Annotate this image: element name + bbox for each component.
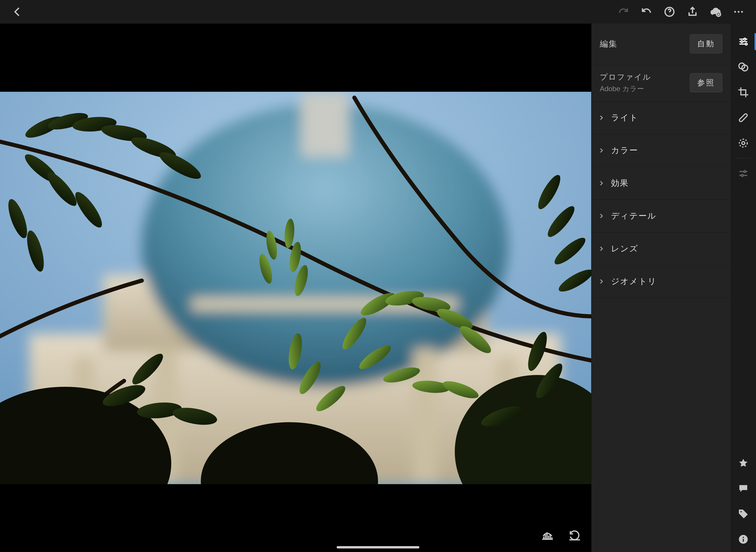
section-label: ジオメトリ [611, 276, 657, 287]
tool-versions[interactable] [731, 161, 756, 186]
sliders-icon [737, 36, 749, 47]
home-indicator [337, 546, 419, 548]
svg-point-67 [740, 139, 747, 147]
chevron-right-icon [598, 246, 605, 252]
svg-rect-10 [301, 92, 348, 157]
redo-button[interactable] [612, 0, 635, 24]
profile-label: プロファイル [600, 72, 651, 82]
histogram-button[interactable] [540, 528, 555, 543]
top-bar [0, 0, 756, 24]
histogram-icon [541, 529, 554, 542]
undo-icon [641, 6, 652, 18]
svg-rect-74 [743, 539, 744, 542]
tool-rail [731, 24, 756, 552]
profile-row: プロファイル Adobe カラー 参照 [591, 64, 731, 102]
section-label: 効果 [611, 178, 629, 189]
cloud-sync-button[interactable] [704, 0, 727, 24]
rail-divider [736, 158, 751, 158]
main-row: 編集 自動 プロファイル Adobe カラー 参照 ライト カラー 効果 [0, 24, 756, 552]
reset-icon [568, 529, 581, 542]
auto-button[interactable]: 自動 [690, 34, 722, 53]
svg-point-4 [738, 11, 740, 13]
svg-point-1 [669, 14, 670, 14]
cloud-plus-icon [710, 6, 722, 18]
comment-icon [737, 483, 749, 495]
svg-point-68 [742, 142, 745, 145]
redo-icon [618, 6, 629, 18]
share-icon [686, 6, 698, 18]
section-geometry[interactable]: ジオメトリ [591, 265, 731, 298]
tool-edit[interactable] [731, 29, 756, 54]
undo-button[interactable] [635, 0, 658, 24]
tag-icon [737, 508, 749, 520]
svg-point-70 [741, 174, 743, 176]
tool-crop[interactable] [731, 80, 756, 105]
chevron-right-icon [598, 278, 605, 285]
reset-button[interactable] [567, 528, 582, 543]
tool-comments[interactable] [731, 476, 756, 501]
info-icon [737, 533, 749, 545]
tool-rating[interactable] [731, 450, 756, 476]
tool-healing[interactable] [731, 105, 756, 130]
browse-profiles-button[interactable]: 参照 [690, 73, 722, 92]
app-root: 編集 自動 プロファイル Adobe カラー 参照 ライト カラー 効果 [0, 0, 756, 552]
svg-point-65 [742, 116, 743, 117]
svg-rect-64 [739, 113, 748, 122]
tool-presets[interactable] [731, 54, 756, 80]
edit-panel: 編集 自動 プロファイル Adobe カラー 参照 ライト カラー 効果 [591, 24, 731, 552]
help-icon [664, 6, 675, 18]
chevron-left-icon [11, 6, 23, 18]
tool-masking[interactable] [731, 130, 756, 156]
canvas-footer-tools [540, 528, 582, 543]
svg-point-71 [740, 511, 742, 513]
section-lens[interactable]: レンズ [591, 233, 731, 265]
section-color[interactable]: カラー [591, 134, 731, 167]
star-icon [737, 457, 749, 469]
chevron-right-icon [598, 180, 605, 186]
svg-point-59 [744, 38, 746, 40]
back-button[interactable] [6, 0, 29, 24]
more-icon [733, 6, 745, 18]
section-label: レンズ [611, 243, 638, 254]
section-light[interactable]: ライト [591, 102, 731, 134]
presets-icon [737, 61, 749, 73]
crop-icon [737, 87, 749, 98]
section-detail[interactable]: ディテール [591, 200, 731, 233]
tool-keywords[interactable] [731, 501, 756, 527]
versions-icon [737, 168, 749, 179]
share-button[interactable] [681, 0, 704, 24]
svg-point-3 [734, 11, 736, 13]
svg-point-61 [745, 43, 747, 45]
canvas-area[interactable] [0, 24, 591, 552]
svg-point-5 [741, 11, 743, 13]
help-button[interactable] [658, 0, 681, 24]
profile-value: Adobe カラー [600, 84, 651, 94]
section-label: ライト [611, 112, 638, 123]
section-label: カラー [611, 145, 638, 156]
masking-icon [737, 137, 749, 149]
chevron-right-icon [598, 115, 605, 121]
section-effects[interactable]: 効果 [591, 167, 731, 200]
svg-point-73 [743, 537, 744, 538]
svg-point-69 [744, 170, 746, 173]
bandage-icon [737, 112, 749, 124]
chevron-right-icon [598, 213, 605, 219]
chevron-right-icon [598, 147, 605, 154]
tool-info[interactable] [731, 527, 756, 552]
more-button[interactable] [727, 0, 750, 24]
svg-point-66 [744, 118, 745, 119]
edit-header: 編集 自動 [591, 24, 731, 64]
svg-point-60 [741, 41, 743, 43]
section-label: ディテール [611, 211, 656, 222]
edit-title: 編集 [600, 38, 618, 49]
photo-preview [0, 92, 591, 484]
